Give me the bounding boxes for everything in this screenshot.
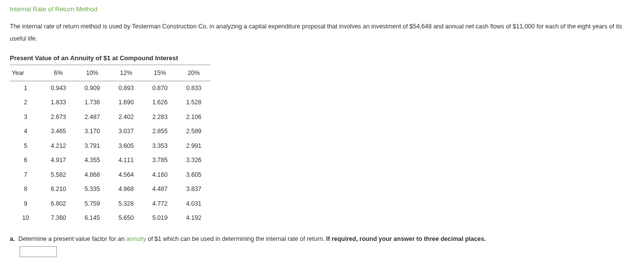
table-cell: 4 (10, 124, 42, 139)
table-cell: 2 (10, 95, 42, 110)
annuity-link[interactable]: annuity (126, 235, 146, 242)
table-cell: 9 (10, 197, 42, 212)
table-cell: 2.589 (177, 124, 211, 139)
table-cell: 4.772 (143, 197, 177, 212)
table-row: 107.3606.1455.6505.0194.192 (10, 211, 211, 226)
table-cell: 5.335 (75, 182, 109, 197)
table-cell: 4.160 (143, 168, 177, 183)
table-cell: 4.564 (109, 168, 143, 183)
table-cell: 3.326 (177, 153, 211, 168)
table-cell: 2.487 (75, 110, 109, 125)
table-cell: 0.943 (42, 81, 75, 95)
table-cell: 2.855 (143, 124, 177, 139)
table-cell: 3.605 (177, 168, 211, 183)
table-cell: 3.353 (143, 139, 177, 154)
table-cell: 1.626 (143, 95, 177, 110)
annuity-table: Year6%10%12%15%20% 10.9430.9090.8930.870… (10, 66, 211, 226)
table-row: 32.6732.4872.4022.2832.106 (10, 110, 211, 125)
table-cell: 5.759 (75, 197, 109, 212)
table-cell: 1.528 (177, 95, 211, 110)
table-cell: 4.031 (177, 197, 211, 212)
table-row: 64.9174.3554.1113.7853.326 (10, 153, 211, 168)
question-a: a. Determine a present value factor for … (10, 234, 634, 258)
table-cell: 7 (10, 168, 42, 183)
table-cell: 2.106 (177, 110, 211, 125)
table-cell: 4.917 (42, 153, 75, 168)
table-cell: 2.402 (109, 110, 143, 125)
table-row: 86.2105.3354.9684.4873.837 (10, 182, 211, 197)
table-cell: 4.968 (109, 182, 143, 197)
table-row: 21.8331.7361.6901.6261.528 (10, 95, 211, 110)
question-a-text-before: Determine a present value factor for an (18, 235, 126, 242)
table-cell: 4.355 (75, 153, 109, 168)
table-header-cell: Year (10, 66, 42, 81)
question-a-text-after: of $1 which can be used in determining t… (146, 235, 326, 242)
table-header-cell: 15% (143, 66, 177, 81)
table-cell: 5.650 (109, 211, 143, 226)
table-row: 54.2123.7913.6053.3532.991 (10, 139, 211, 154)
table-cell: 2.673 (42, 110, 75, 125)
table-cell: 3.605 (109, 139, 143, 154)
table-cell: 5 (10, 139, 42, 154)
table-row: 10.9430.9090.8930.8700.833 (10, 81, 211, 95)
table-cell: 6.210 (42, 182, 75, 197)
table-header-cell: 20% (177, 66, 211, 81)
table-cell: 2.283 (143, 110, 177, 125)
table-cell: 4.487 (143, 182, 177, 197)
table-cell: 0.909 (75, 81, 109, 95)
table-cell: 3.170 (75, 124, 109, 139)
table-cell: 3.037 (109, 124, 143, 139)
table-cell: 3.837 (177, 182, 211, 197)
question-a-label: a. (10, 235, 15, 242)
table-header-cell: 12% (109, 66, 143, 81)
table-header-cell: 6% (42, 66, 75, 81)
question-a-bold: If required, round your answer to three … (326, 235, 486, 242)
table-cell: 10 (10, 211, 42, 226)
table-cell: 0.870 (143, 81, 177, 95)
table-cell: 4.111 (109, 153, 143, 168)
table-cell: 1.736 (75, 95, 109, 110)
table-cell: 3 (10, 110, 42, 125)
table-cell: 6.802 (42, 197, 75, 212)
table-cell: 4.212 (42, 139, 75, 154)
table-cell: 5.582 (42, 168, 75, 183)
table-cell: 1.690 (109, 95, 143, 110)
table-cell: 8 (10, 182, 42, 197)
table-row: 75.5824.8684.5644.1603.605 (10, 168, 211, 183)
table-cell: 7.360 (42, 211, 75, 226)
problem-description: The internal rate of return method is us… (10, 21, 634, 45)
table-cell: 0.893 (109, 81, 143, 95)
table-cell: 6 (10, 153, 42, 168)
table-cell: 5.019 (143, 211, 177, 226)
table-title: Present Value of an Annuity of $1 at Com… (10, 54, 211, 65)
table-cell: 5.328 (109, 197, 143, 212)
table-cell: 4.868 (75, 168, 109, 183)
answer-a-input[interactable] (20, 246, 57, 257)
table-row: 43.4653.1703.0372.8552.589 (10, 124, 211, 139)
table-cell: 3.465 (42, 124, 75, 139)
table-cell: 2.991 (177, 139, 211, 154)
table-cell: 6.145 (75, 211, 109, 226)
table-cell: 4.192 (177, 211, 211, 226)
table-cell: 0.833 (177, 81, 211, 95)
table-cell: 3.785 (143, 153, 177, 168)
table-cell: 1.833 (42, 95, 75, 110)
table-cell: 1 (10, 81, 42, 95)
table-row: 96.8025.7595.3284.7724.031 (10, 197, 211, 212)
table-cell: 3.791 (75, 139, 109, 154)
table-header-cell: 10% (75, 66, 109, 81)
section-title: Internal Rate of Return Method (10, 5, 634, 14)
